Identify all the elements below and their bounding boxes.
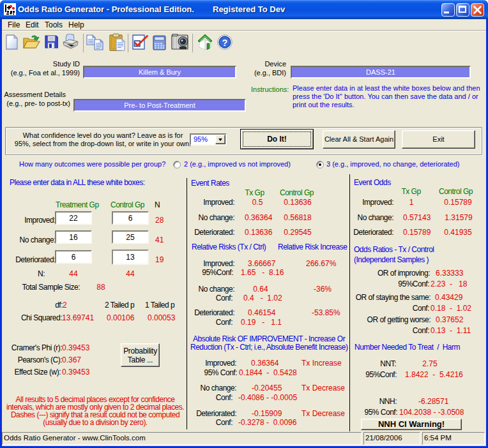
- svg-text:?: ?: [222, 38, 228, 48]
